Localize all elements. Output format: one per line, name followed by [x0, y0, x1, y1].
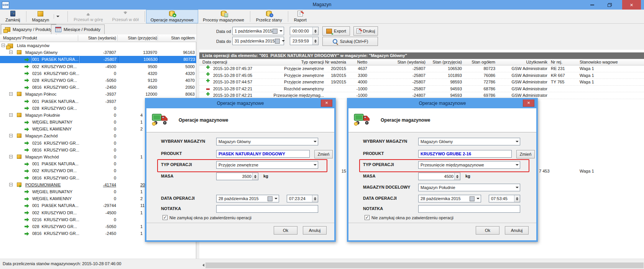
toolbar-button-przesun-dol[interactable]: Przesuń w dół: [108, 10, 143, 23]
masa-spinner[interactable]: 4500: [418, 173, 460, 180]
column-header[interactable]: Stanowisko wagowe: [580, 59, 633, 65]
column-header[interactable]: Typ operacji: [268, 59, 324, 65]
dialog-operacje-magazynowe-2: Operacje magazynowe × Operacje magazynow…: [347, 98, 538, 242]
tree-row[interactable]: 002 KRUSZYWO DR...-450095005000: [0, 63, 196, 70]
czas-operacji-spinner[interactable]: 07:53:45: [489, 195, 520, 202]
dialog-titlebar[interactable]: Operacje magazynowe: [146, 99, 334, 108]
column-header[interactable]: Użytkownik: [500, 59, 547, 65]
toolbar-button-magazyn[interactable]: Magazyn: [28, 10, 67, 23]
date-from-value: 1 października 2015: [235, 29, 273, 33]
checkbox[interactable]: ✓: [163, 215, 168, 220]
operation-row[interactable]: 2015-10-28 07:45:05Przyjęcie zewnętrzne1…: [199, 72, 644, 79]
toolbar-button-raport[interactable]: Raport: [289, 10, 311, 23]
tree-row[interactable]: −Magazyn Północ-3937120008063: [0, 91, 196, 98]
close-icon[interactable]: ×: [523, 99, 534, 107]
spinner-buttons[interactable]: [252, 173, 258, 180]
print-button[interactable]: Drukuj: [353, 26, 378, 36]
tree-row[interactable]: 028 KRUSZYWO GR...-505091204070: [0, 77, 196, 84]
stan-wydania-value: 0: [78, 153, 116, 160]
spinner-buttons[interactable]: [312, 195, 318, 202]
masa-spinner[interactable]: 3500: [216, 173, 258, 180]
operation-row[interactable]: 2015-10-28 07:45:37Przyjęcie zewnętrzne2…: [199, 65, 644, 72]
spinner-buttons[interactable]: [514, 195, 520, 202]
tree-expand-toggle[interactable]: −: [9, 183, 13, 186]
date-from-picker[interactable]: 1 października 2015: [232, 27, 284, 35]
typ-operacji-select[interactable]: Przyjęcie zewnętrzne: [216, 161, 318, 169]
warehouse-icon: [17, 134, 21, 138]
column-header[interactable]: Stan ogółem: [464, 59, 495, 65]
produkt-field[interactable]: KRUSZYWO GRUBE 2-16: [418, 150, 512, 158]
tree-expand-toggle[interactable]: −: [9, 134, 13, 137]
column-header[interactable]: Magazyn/ Produkt: [3, 34, 37, 42]
typ-operacji-select[interactable]: Przesunięcie międzymagazynowe: [418, 161, 520, 169]
column-header[interactable]: Nr rej.: [551, 59, 578, 65]
tab-miesiace-produkty[interactable]: Miesiące / Produkty: [51, 24, 105, 34]
magazyn-dropdown[interactable]: [54, 14, 62, 19]
close-button[interactable]: ×: [622, 0, 641, 10]
tree-row[interactable]: −Lista magazynów: [0, 42, 196, 49]
dialog-titlebar[interactable]: Operacje magazynowe: [348, 99, 536, 108]
toolbar-button-operacje[interactable]: ▶ Operacje magazynowe: [146, 10, 199, 23]
dialog-operacje-magazynowe-1: Operacje magazynowe × Operacje magazynow…: [145, 98, 336, 242]
czas-operacji-spinner[interactable]: 07:23:24: [287, 195, 318, 202]
toolbar-label: Procesy magazynowe: [203, 18, 244, 22]
tree-expand-toggle[interactable]: −: [2, 44, 5, 47]
tree-expand-toggle[interactable]: −: [9, 92, 13, 96]
column-header[interactable]: Stan (wydania): [78, 34, 116, 42]
zmien-label: Zmień: [520, 152, 532, 157]
stan-przyjecia-value: 106530: [118, 56, 158, 63]
tree-header: Magazyn/ Produkt Stan (wydania) Stan (pr…: [0, 34, 196, 42]
restore-button[interactable]: [604, 0, 615, 10]
notatka-field[interactable]: [216, 205, 318, 213]
column-header[interactable]: Stan ogółem: [158, 34, 195, 42]
spinner-buttons[interactable]: [454, 173, 460, 180]
tree-row[interactable]: 0216 KRUSZYWO GR...043204320: [0, 70, 196, 77]
data-operacji-picker[interactable]: 28 października 2015: [418, 195, 481, 202]
operation-row[interactable]: 2015-10-28 07:42:21Rozchód wewnętrzny-10…: [199, 86, 644, 93]
data-operacji-picker[interactable]: 28 października 2015: [216, 195, 279, 202]
scrollbar-thumb[interactable]: [205, 262, 644, 268]
zmien-button[interactable]: Zmień: [314, 150, 333, 158]
tree-row[interactable]: −Magazyn Główny-3780713397096163: [0, 49, 196, 56]
tab-magazyny-produkty[interactable]: Magazyny / Produkty: [1, 24, 56, 34]
produkt-field[interactable]: PIASEK NATURALNY DROGOWY: [216, 150, 310, 158]
spinner-buttons[interactable]: [312, 37, 318, 45]
notatka-field[interactable]: [418, 205, 520, 213]
magazyn-select[interactable]: Magazyn Główny: [418, 138, 520, 145]
search-button[interactable]: Szukaj (Ctrl+F): [322, 37, 378, 46]
tree-expand-toggle[interactable]: −: [9, 155, 13, 158]
date-to-picker[interactable]: 31 października 2015: [232, 37, 284, 45]
time-from-field[interactable]: 00:00:00: [290, 27, 319, 35]
anuluj-button[interactable]: Anuluj: [303, 226, 327, 235]
product-arrow-icon: [25, 142, 30, 145]
horizontal-scrollbar[interactable]: [199, 262, 644, 269]
toolbar-button-przesun-gore[interactable]: Przesuń w górę: [69, 10, 107, 23]
operation-row[interactable]: 2015-10-28 07:44:57Przyjęcie zewnętrzne1…: [199, 79, 644, 86]
column-header[interactable]: Stan (wydania): [380, 59, 426, 65]
export-button[interactable]: Export: [322, 26, 350, 36]
column-header[interactable]: Data operacji: [202, 59, 227, 65]
tree-expand-toggle[interactable]: −: [9, 51, 13, 54]
close-icon[interactable]: ×: [321, 99, 332, 107]
column-header[interactable]: Netto: [346, 59, 367, 65]
spinner-buttons[interactable]: [312, 27, 318, 35]
toolbar-button-zamknij[interactable]: Zamknij: [1, 10, 25, 23]
column-header[interactable]: Stan (przyjęcia): [118, 34, 157, 42]
ok-button[interactable]: Ok: [274, 226, 297, 235]
toolbar-button-procesy[interactable]: Procesy magazynowe: [198, 10, 249, 23]
tree-row[interactable]: 001 PIASEK NATURA...-2580710653080723: [0, 56, 196, 63]
time-to-field[interactable]: 23:59:59: [290, 37, 319, 45]
column-header[interactable]: Nr ważenia: [318, 59, 346, 65]
column-header[interactable]: Stan (przyjęcia): [427, 59, 462, 65]
minimize-button[interactable]: [586, 0, 598, 10]
magazyn-docelowy-select[interactable]: Magazyn Południe: [418, 184, 520, 191]
tree-row[interactable]: 0816 KRUSZYWO GR...-245045002050: [0, 84, 196, 91]
scroll-left-icon[interactable]: [201, 264, 204, 267]
tree-expand-toggle[interactable]: −: [9, 113, 13, 117]
zmien-button[interactable]: Zmień: [516, 150, 535, 158]
magazyn-select[interactable]: Magazyn Główny: [216, 138, 318, 145]
checkbox[interactable]: ✓: [365, 215, 370, 220]
toolbar-button-przelicz[interactable]: ↻ Przelicz stany: [251, 10, 287, 23]
anuluj-button[interactable]: Anuluj: [505, 226, 529, 235]
ok-button[interactable]: Ok: [476, 226, 499, 235]
